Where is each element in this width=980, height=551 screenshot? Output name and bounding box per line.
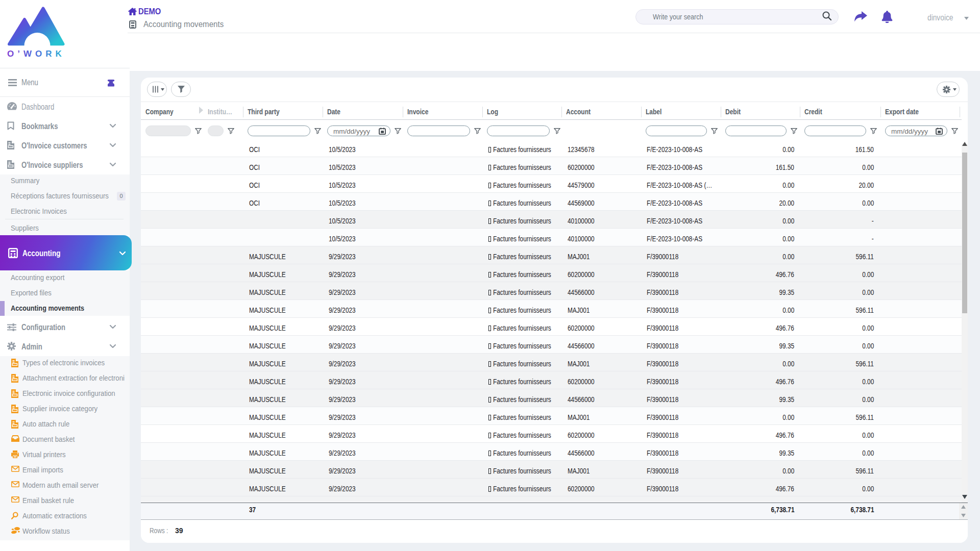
svg-text:O’WORK: O’WORK — [7, 49, 65, 59]
